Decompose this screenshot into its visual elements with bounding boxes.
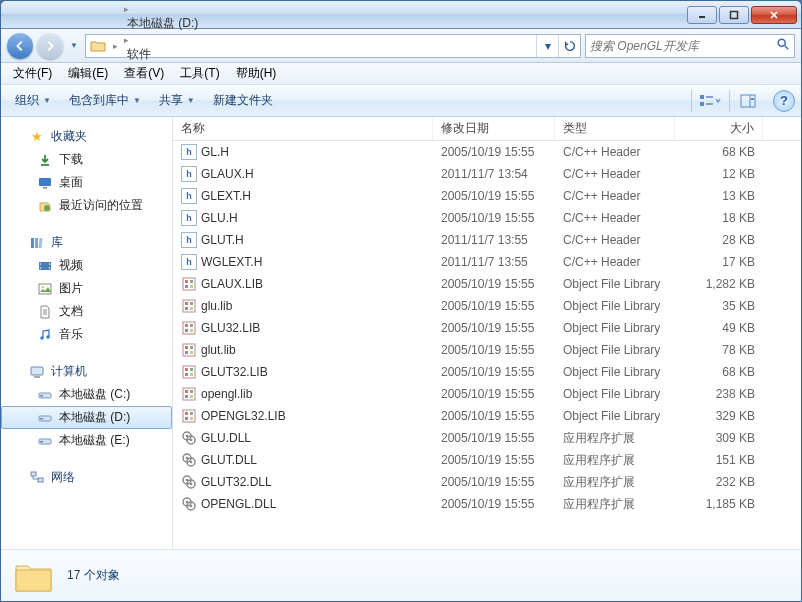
- file-name-cell: glu.lib: [173, 296, 433, 316]
- svg-rect-15: [43, 187, 47, 189]
- organize-button[interactable]: 组织▼: [7, 88, 59, 113]
- svg-rect-43: [185, 280, 188, 283]
- view-options-button[interactable]: [691, 90, 727, 112]
- music-icon: [37, 327, 53, 343]
- svg-rect-52: [183, 322, 195, 334]
- file-name-cell: hGLU.H: [173, 208, 433, 228]
- file-date-cell: 2011/11/7 13:55: [433, 253, 555, 271]
- file-row[interactable]: hGLU.H2005/10/19 15:55C/C++ Header18 KB: [173, 207, 801, 229]
- search-icon[interactable]: [776, 37, 790, 54]
- menu-edit[interactable]: 编辑(E): [60, 63, 116, 84]
- svg-rect-59: [190, 346, 193, 349]
- preview-pane-button[interactable]: [729, 90, 765, 112]
- file-row[interactable]: hGL.H2005/10/19 15:55C/C++ Header68 KB: [173, 141, 801, 163]
- nav-music[interactable]: 音乐: [1, 323, 172, 346]
- nav-recent[interactable]: 最近访问的位置: [1, 194, 172, 217]
- nav-computer-header[interactable]: 计算机: [1, 360, 172, 383]
- nav-pictures[interactable]: 图片: [1, 277, 172, 300]
- file-name-cell: GLU32.LIB: [173, 318, 433, 338]
- address-bar[interactable]: ▸ 计算机▸本地磁盘 (D:)▸软件▸OpenGL开发库▸ ▾: [85, 34, 581, 58]
- new-folder-button[interactable]: 新建文件夹: [205, 88, 281, 113]
- svg-rect-69: [190, 390, 193, 393]
- nav-downloads[interactable]: 下载: [1, 148, 172, 171]
- file-type-cell: C/C++ Header: [555, 209, 675, 227]
- nav-drive-c[interactable]: 本地磁盘 (C:): [1, 383, 172, 406]
- file-row[interactable]: GLAUX.LIB2005/10/19 15:55Object File Lib…: [173, 273, 801, 295]
- nav-history-dropdown[interactable]: ▼: [67, 41, 81, 50]
- share-button[interactable]: 共享▼: [151, 88, 203, 113]
- back-button[interactable]: [7, 33, 33, 59]
- dll-file-icon: [181, 474, 197, 490]
- nav-libraries-header[interactable]: 库: [1, 231, 172, 254]
- refresh-button[interactable]: [558, 35, 580, 57]
- file-row[interactable]: opengl.lib2005/10/19 15:55Object File Li…: [173, 383, 801, 405]
- help-button[interactable]: ?: [773, 90, 795, 112]
- file-name: glut.lib: [201, 343, 236, 357]
- forward-button[interactable]: [37, 33, 63, 59]
- nav-network-header[interactable]: 网络: [1, 466, 172, 489]
- file-row[interactable]: GLU.DLL2005/10/19 15:55应用程序扩展309 KB: [173, 427, 801, 449]
- menu-view[interactable]: 查看(V): [116, 63, 172, 84]
- menu-tools[interactable]: 工具(T): [172, 63, 227, 84]
- search-input[interactable]: [590, 39, 776, 53]
- file-name: GLAUX.H: [201, 167, 254, 181]
- column-name[interactable]: 名称: [173, 117, 433, 140]
- file-row[interactable]: glut.lib2005/10/19 15:55Object File Libr…: [173, 339, 801, 361]
- file-row[interactable]: GLUT32.DLL2005/10/19 15:55应用程序扩展232 KB: [173, 471, 801, 493]
- nav-desktop[interactable]: 桌面: [1, 171, 172, 194]
- svg-rect-65: [185, 373, 188, 376]
- svg-rect-62: [183, 366, 195, 378]
- file-row[interactable]: OPENGL.DLL2005/10/19 15:55应用程序扩展1,185 KB: [173, 493, 801, 515]
- nav-drive-e[interactable]: 本地磁盘 (E:): [1, 429, 172, 452]
- file-row[interactable]: GLUT32.LIB2005/10/19 15:55Object File Li…: [173, 361, 801, 383]
- nav-favorites-header[interactable]: ★收藏夹: [1, 125, 172, 148]
- search-box[interactable]: [585, 34, 795, 58]
- file-row[interactable]: hGLAUX.H2011/11/7 13:54C/C++ Header12 KB: [173, 163, 801, 185]
- breadcrumb-segment[interactable]: 软件: [121, 46, 212, 63]
- include-in-library-button[interactable]: 包含到库中▼: [61, 88, 149, 113]
- file-row[interactable]: hGLEXT.H2005/10/19 15:55C/C++ Header13 K…: [173, 185, 801, 207]
- column-size[interactable]: 大小: [675, 117, 763, 140]
- file-name: GLUT.DLL: [201, 453, 257, 467]
- svg-rect-49: [190, 302, 193, 305]
- menu-file[interactable]: 文件(F): [5, 63, 60, 84]
- star-icon: ★: [29, 129, 45, 145]
- breadcrumb-segment[interactable]: 计算机: [121, 0, 212, 1]
- file-row[interactable]: GLUT.DLL2005/10/19 15:55应用程序扩展151 KB: [173, 449, 801, 471]
- file-row[interactable]: hGLUT.H2011/11/7 13:55C/C++ Header28 KB: [173, 229, 801, 251]
- file-row[interactable]: GLU32.LIB2005/10/19 15:55Object File Lib…: [173, 317, 801, 339]
- svg-rect-57: [183, 344, 195, 356]
- file-row[interactable]: OPENGL32.LIB2005/10/19 15:55Object File …: [173, 405, 801, 427]
- file-name: OPENGL32.LIB: [201, 409, 286, 423]
- svg-rect-75: [185, 417, 188, 420]
- close-button[interactable]: [751, 6, 797, 24]
- menu-help[interactable]: 帮助(H): [228, 63, 285, 84]
- navigation-pane[interactable]: ★收藏夹 下载 桌面 最近访问的位置 库 视频 图片 文档 音乐 计算机 本地磁…: [1, 117, 173, 549]
- file-date-cell: 2005/10/19 15:55: [433, 341, 555, 359]
- breadcrumb-segment[interactable]: 本地磁盘 (D:): [121, 15, 212, 32]
- file-list-view[interactable]: 名称 修改日期 类型 大小 hGL.H2005/10/19 15:55C/C++…: [173, 117, 801, 549]
- file-name: GLU32.LIB: [201, 321, 260, 335]
- minimize-button[interactable]: [687, 6, 717, 24]
- svg-rect-74: [190, 412, 193, 415]
- dll-file-icon: [181, 496, 197, 512]
- nav-videos[interactable]: 视频: [1, 254, 172, 277]
- file-row[interactable]: hWGLEXT.H2011/11/7 13:55C/C++ Header17 K…: [173, 251, 801, 273]
- chevron-right-icon[interactable]: ▸: [110, 41, 121, 51]
- address-dropdown-button[interactable]: ▾: [536, 35, 558, 57]
- svg-point-80: [190, 439, 193, 442]
- file-date-cell: 2005/10/19 15:55: [433, 143, 555, 161]
- chevron-down-icon: ▼: [43, 96, 51, 105]
- maximize-button[interactable]: [719, 6, 749, 24]
- chevron-right-icon[interactable]: ▸: [121, 4, 132, 14]
- svg-point-24: [49, 267, 51, 269]
- nav-drive-d[interactable]: 本地磁盘 (D:): [1, 406, 172, 429]
- dll-file-icon: [181, 452, 197, 468]
- chevron-right-icon[interactable]: ▸: [121, 35, 132, 45]
- nav-documents[interactable]: 文档: [1, 300, 172, 323]
- svg-rect-44: [190, 280, 193, 283]
- column-date[interactable]: 修改日期: [433, 117, 555, 140]
- file-row[interactable]: glu.lib2005/10/19 15:55Object File Libra…: [173, 295, 801, 317]
- column-type[interactable]: 类型: [555, 117, 675, 140]
- svg-rect-1: [731, 11, 738, 18]
